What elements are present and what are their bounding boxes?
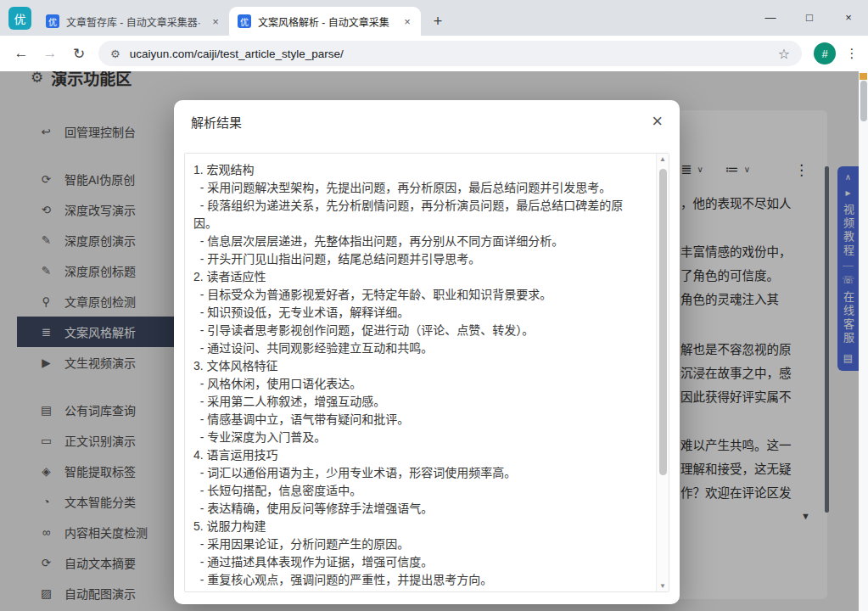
result-line: - 段落组织为递进关系，先分析剧情问题，再分析演员问题，最后总结口碑差的原因。 (193, 197, 640, 233)
result-lines: 1. 宏观结构 - 采用问题解决型架构，先提出问题，再分析原因，最后总结问题并引… (193, 161, 640, 592)
browser-toolbar: ← → ↻ ⚙ ucaiyun.com/caiji/test_article_s… (0, 36, 868, 71)
tab-close-icon[interactable]: × (209, 14, 222, 28)
modal-header: 解析结果 × (174, 100, 680, 143)
window-titlebar: 优 优 文章暂存库 - 自动文章采集器· × 优 文案风格解析 - 自动文章采集… (0, 0, 868, 36)
back-button[interactable]: ← (7, 39, 36, 68)
new-tab-button[interactable]: + (426, 9, 450, 33)
result-line: 2. 读者适应性 (193, 268, 640, 286)
browser-tab-2[interactable]: 优 文案风格解析 - 自动文章采集 × (229, 7, 421, 36)
parse-result-modal: 解析结果 × 1. 宏观结构 - 采用问题解决型架构，先提出问题，再分析原因，最… (174, 100, 680, 604)
result-line: - 知识预设低，无专业术语，解释详细。 (193, 304, 640, 322)
tab-list: 优 文章暂存库 - 自动文章采集器· × 优 文案风格解析 - 自动文章采集 × (37, 7, 421, 36)
result-line: - 信息层次层层递进，先整体指出问题，再分别从不同方面详细分析。 (193, 233, 640, 250)
result-line: 1. 宏观结构 (193, 161, 640, 179)
parse-result-content: 1. 宏观结构 - 采用问题解决型架构，先提出问题，再分析原因，最后总结问题并引… (184, 153, 669, 592)
maximize-button[interactable]: □ (790, 0, 829, 34)
site-favicon: 优 (238, 14, 251, 28)
app-icon: 优 (8, 7, 31, 30)
result-line: - 风格休闲，使用口语化表达。 (193, 375, 640, 393)
page-content: ⚙ 演示功能区 ↩ 回管理控制台 ⟳ 智能AI伪原创 ⟲ 深度改写演示 ✎ 深度… (0, 71, 868, 611)
tab-title: 文章暂存库 - 自动文章采集器· (66, 14, 204, 29)
window-controls: — □ × (751, 0, 868, 34)
scrollbar-marker (860, 73, 867, 80)
scroll-up-icon[interactable]: ▲ (659, 155, 666, 163)
tab-close-icon[interactable]: × (400, 14, 414, 28)
scroll-down-icon[interactable]: ▼ (659, 582, 666, 590)
address-bar[interactable]: ⚙ ucaiyun.com/caiji/test_article_style_p… (98, 41, 802, 66)
modal-title: 解析结果 (191, 113, 242, 131)
result-line: - 情感基调中立，语气带有疑问和批评。 (193, 411, 640, 429)
result-line: - 引导读者思考影视创作问题，促进行动（评论、点赞、转发）。 (193, 322, 640, 339)
browser-scrollbar-thumb[interactable] (860, 81, 867, 121)
forward-button[interactable]: → (36, 39, 64, 68)
browser-menu-button[interactable]: ⋮ (843, 46, 861, 61)
result-line: - 重复核心观点，强调问题的严重性，并提出思考方向。 (193, 571, 640, 589)
site-favicon: 优 (46, 14, 59, 28)
result-line: - 表达精确，使用反问等修辞手法增强语气。 (193, 500, 640, 518)
result-line: - 通过设问、共同观影经验建立互动和共鸣。 (193, 339, 640, 357)
modal-scrollbar[interactable]: ▲ ▼ (656, 154, 669, 591)
browser-scrollbar[interactable] (859, 71, 868, 611)
tab-title: 文案风格解析 - 自动文章采集 (258, 14, 395, 29)
result-line: - 通过描述具体表现作为证据，增强可信度。 (193, 553, 640, 571)
result-line: - 词汇以通俗用语为主，少用专业术语，形容词使用频率高。 (193, 464, 640, 482)
result-line: 6. 篇幅与排版 (193, 589, 640, 592)
scrollbar-thumb[interactable] (659, 169, 667, 475)
result-line: - 采用第二人称叙述，增强互动感。 (193, 393, 640, 411)
window-close-button[interactable]: × (829, 0, 868, 34)
reload-button[interactable]: ↻ (64, 39, 93, 68)
modal-close-button[interactable]: × (652, 112, 663, 131)
result-line: - 采用因果论证，分析问题产生的原因。 (193, 535, 640, 553)
result-line: - 长短句搭配，信息密度适中。 (193, 482, 640, 500)
bookmark-star-icon[interactable]: ☆ (778, 46, 790, 62)
result-line: - 开头开门见山指出问题，结尾总结问题并引导思考。 (193, 250, 640, 268)
url-text[interactable]: ucaiyun.com/caiji/test_article_style_par… (130, 48, 778, 60)
result-line: 3. 文体风格特征 (193, 357, 640, 375)
result-line: - 目标受众为普通影视爱好者，无特定年龄、职业和知识背景要求。 (193, 286, 640, 304)
minimize-button[interactable]: — (751, 0, 790, 34)
tab-strip: 优 文章暂存库 - 自动文章采集器· × 优 文案风格解析 - 自动文章采集 ×… (37, 7, 450, 36)
result-line: - 专业深度为入门普及。 (193, 429, 640, 446)
profile-avatar[interactable]: # (814, 42, 836, 64)
result-line: 5. 说服力构建 (193, 518, 640, 535)
result-line: - 采用问题解决型架构，先提出问题，再分析原因，最后总结问题并引发思考。 (193, 179, 640, 197)
result-line: 4. 语言运用技巧 (193, 446, 640, 464)
site-info-icon[interactable]: ⚙ (110, 48, 120, 60)
browser-tab-1[interactable]: 优 文章暂存库 - 自动文章采集器· × (37, 7, 229, 36)
